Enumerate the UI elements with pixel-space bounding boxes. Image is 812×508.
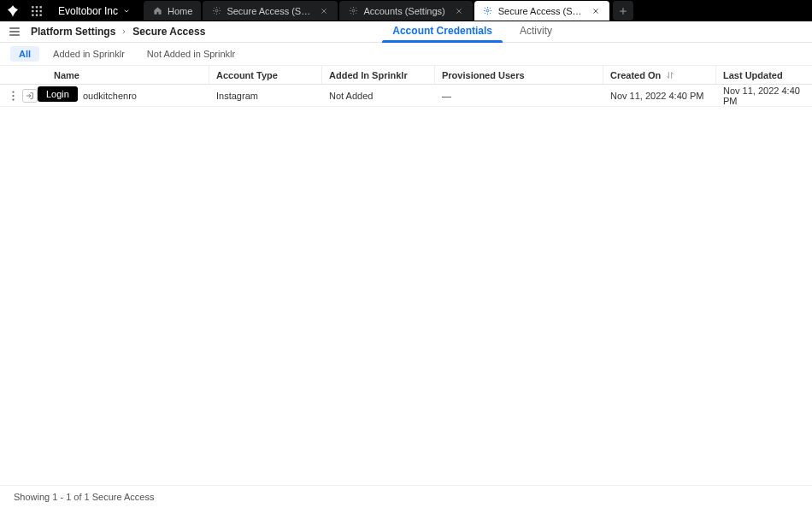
svg-rect-4 [36, 9, 38, 11]
filter-added[interactable]: Added in Sprinklr [44, 46, 133, 62]
table-header: Name Account Type Added In Sprinklr Prov… [0, 66, 812, 85]
top-tabs: Home Secure Access (Settings) Accounts (… [144, 1, 633, 21]
home-icon [152, 6, 162, 16]
svg-rect-0 [32, 6, 33, 8]
svg-point-12 [12, 91, 14, 92]
col-name[interactable]: Name [47, 66, 209, 84]
login-tooltip: Login [38, 86, 78, 102]
chevron-right-icon [121, 27, 127, 37]
tab-secure-access-1[interactable]: Secure Access (Settings) [203, 1, 338, 21]
breadcrumb: Platform Settings Secure Access [31, 26, 205, 38]
gear-icon [211, 6, 221, 16]
svg-rect-1 [36, 6, 38, 8]
gear-icon [483, 6, 493, 16]
cell-last-updated: Nov 11, 2022 4:40 PM [716, 85, 812, 106]
main-area: Platform Settings Secure Access Account … [0, 21, 812, 508]
close-icon[interactable] [319, 6, 329, 16]
subtab-activity[interactable]: Activity [516, 21, 556, 42]
cell-provisioned-users: — [435, 85, 603, 106]
cell-account-type: Instagram [209, 85, 322, 106]
row-menu-icon[interactable] [7, 90, 19, 102]
top-bar: Evoltobor Inc Home Secure Access (Settin… [0, 0, 812, 21]
breadcrumb-current: Secure Access [132, 26, 205, 38]
close-icon[interactable] [454, 6, 464, 16]
cell-added-in-sprinklr: Not Added [322, 85, 435, 106]
chevron-down-icon [123, 8, 130, 15]
col-actions [0, 66, 47, 84]
filter-row: All Added in Sprinklr Not Added in Sprin… [0, 43, 812, 66]
sub-tabs: Account Credentials Activity [389, 21, 812, 42]
svg-point-11 [486, 9, 489, 12]
breadcrumb-root[interactable]: Platform Settings [31, 26, 115, 38]
tab-accounts[interactable]: Accounts (Settings) [339, 1, 472, 21]
tab-secure-access-2[interactable]: Secure Access (Settings) [474, 1, 609, 21]
col-account-type[interactable]: Account Type [209, 66, 322, 84]
svg-rect-8 [40, 14, 42, 15]
svg-rect-5 [40, 9, 42, 11]
col-last-updated[interactable]: Last Updated [716, 66, 812, 84]
svg-rect-6 [32, 14, 33, 15]
table-row[interactable]: Login oudkitchenro Instagram Not Added —… [0, 85, 812, 107]
svg-rect-2 [40, 6, 42, 8]
org-name: Evoltobor Inc [58, 5, 118, 17]
svg-point-13 [12, 94, 14, 96]
filter-all[interactable]: All [10, 46, 39, 62]
svg-rect-7 [36, 14, 38, 15]
svg-point-14 [12, 98, 14, 100]
sort-icon[interactable] [666, 71, 674, 80]
cell-created-on: Nov 11, 2022 4:40 PM [603, 85, 716, 106]
filter-not-added[interactable]: Not Added in Sprinklr [138, 46, 244, 62]
subtab-account-credentials[interactable]: Account Credentials [389, 21, 496, 42]
col-created-on[interactable]: Created On [603, 66, 716, 84]
pagination-status: Showing 1 - 1 of 1 Secure Access [14, 492, 154, 502]
tab-label: Secure Access (Settings) [498, 6, 582, 16]
add-tab-button[interactable] [613, 1, 633, 21]
close-icon[interactable] [591, 6, 601, 16]
brand-logo [2, 0, 24, 21]
tab-home[interactable]: Home [144, 1, 201, 21]
col-added-in-sprinklr[interactable]: Added In Sprinklr [322, 66, 435, 84]
tab-label: Secure Access (Settings) [227, 6, 310, 16]
tab-label: Accounts (Settings) [363, 6, 444, 16]
gear-icon [348, 6, 358, 16]
tab-label: Home [168, 6, 192, 16]
menu-icon[interactable] [7, 24, 22, 39]
svg-rect-3 [32, 9, 33, 11]
footer-status: Showing 1 - 1 of 1 Secure Access [0, 485, 812, 508]
svg-point-10 [352, 9, 355, 12]
app-launcher-icon[interactable] [26, 0, 48, 21]
header-row: Platform Settings Secure Access Account … [0, 21, 812, 43]
svg-point-9 [215, 9, 218, 12]
org-switcher[interactable]: Evoltobor Inc [50, 5, 138, 17]
col-provisioned-users[interactable]: Provisioned Users [435, 66, 603, 84]
